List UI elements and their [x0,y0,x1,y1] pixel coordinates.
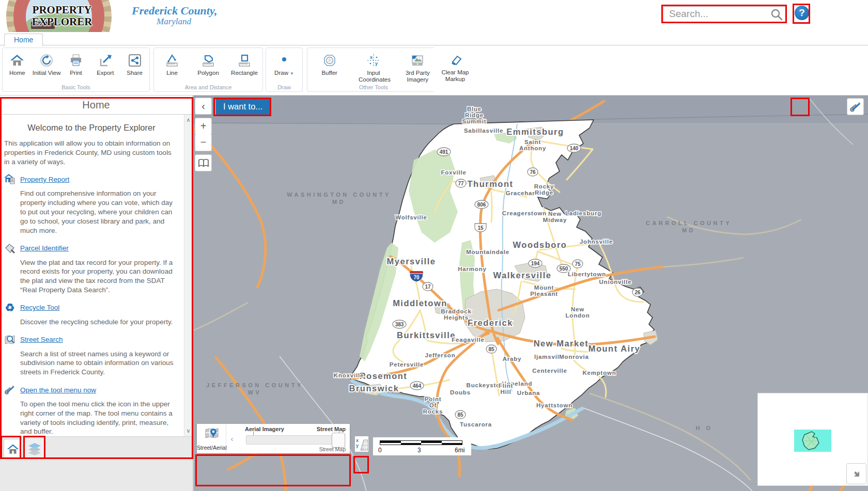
share-icon [120,52,149,69]
svg-text:Araby: Araby [503,356,522,362]
svg-text:Libertytown: Libertytown [568,271,606,277]
parcel-identifier-link[interactable]: Parcel Identifier [20,244,69,252]
slider-handle[interactable] [332,433,345,448]
recycle-tool-link[interactable]: Recycle Tool [20,304,59,311]
svg-text:x: x [370,55,373,60]
coordinates-widget-button[interactable]: xy [355,436,368,452]
panel-scrollbar[interactable]: ∧ ∨ [184,115,192,436]
property-report-icon [4,173,16,185]
measure-rectangle-button[interactable]: Rectangle [229,52,259,76]
svg-text:Monrovia: Monrovia [559,354,589,360]
scroll-up-icon[interactable]: ∧ [184,116,192,124]
eraser-icon [435,52,476,68]
tool-menu-button[interactable] [847,98,864,115]
recycle-icon: ♻ [4,302,16,313]
svg-text:Mountaindale: Mountaindale [466,249,509,255]
main-area: Home Welcome to the Property Explorer Th… [0,96,868,491]
scale-bar: 0 3 6mi [373,437,471,455]
svg-text:Graceham: Graceham [506,190,538,196]
measure-line-button[interactable]: Line [157,52,187,76]
search-box [663,6,786,23]
svg-text:Ladiesburg: Ladiesburg [565,210,601,216]
svg-text:Wolfsville: Wolfsville [395,214,427,220]
overview-toggle-button[interactable] [846,463,866,484]
panel-footer [0,436,192,491]
panel-layers-button[interactable] [26,439,43,458]
street-aerial-icon [204,426,219,442]
share-button[interactable]: Share [120,52,149,76]
buffer-icon [315,52,345,69]
svg-text:76: 76 [530,169,536,175]
map-container: 491140767780615701945507526173838546485 … [193,96,868,491]
open-tool-menu-link[interactable]: Open the tool menu now [20,386,96,394]
svg-text:85: 85 [457,412,463,418]
i-want-to-button[interactable]: I want to... [216,99,270,115]
svg-text:BraddockHeights: BraddockHeights [441,308,471,321]
group-area-distance: Line Polygon Rectangle Area and Distance [153,47,263,92]
basemap-switcher: Street/Aerial ‹ Aerial Imagery Street Ma… [197,424,350,453]
open-tool-menu-desc: To open the tool menu click the icon in … [20,400,177,436]
property-report-link[interactable]: Property Report [20,176,69,183]
slider-track[interactable] [246,435,345,445]
svg-text:491: 491 [440,149,448,155]
scale-start: 0 [378,447,382,454]
street-search-link[interactable]: Street Search [20,336,63,343]
basemap-button[interactable]: Street/Aerial [197,424,226,453]
overview-map[interactable] [757,393,868,486]
export-icon [90,52,120,69]
group-other-tools: Buffer xy Input Coordinates 3rd Party Im… [307,47,440,92]
initial-view-button[interactable]: Initial View [32,52,61,76]
buffer-button[interactable]: Buffer [315,52,345,76]
export-button[interactable]: Export [90,52,120,76]
draw-button[interactable]: Draw▼ [269,52,299,77]
svg-text:x: x [356,438,359,443]
scroll-down-icon[interactable]: ∨ [184,426,192,435]
panel-home-button[interactable] [4,439,22,459]
slider-left-label: Aerial Imagery [245,426,284,432]
third-party-imagery-button[interactable]: 3rd Party Imagery [402,52,432,83]
basemap-collapse-icon[interactable]: ‹ [226,424,238,453]
svg-text:Myersville: Myersville [387,257,436,266]
svg-text:70: 70 [413,275,420,280]
tab-home[interactable]: Home [4,34,43,46]
property-report-desc: Find out comprehensive information on yo… [20,189,177,235]
bookmarks-button[interactable] [195,154,212,171]
svg-text:Kemptown: Kemptown [582,370,616,376]
group-label-other-tools: Other Tools [307,84,440,90]
zoom-out-button[interactable]: − [195,134,212,151]
bookmark-icon [198,159,209,168]
home-button[interactable]: Home [3,52,32,76]
print-button[interactable]: Print [61,52,91,76]
zoom-in-button[interactable]: + [195,118,212,135]
welcome-heading: Welcome to the Property Explorer [4,123,179,133]
group-clear-markup: Clear Map Markup [433,47,477,92]
basemap-slider: Aerial Imagery Street Map Street Map [238,424,350,453]
measure-polygon-button[interactable]: Polygon [193,52,223,76]
svg-text:85: 85 [488,346,494,352]
svg-text:FlintHill: FlintHill [499,383,513,395]
layers-icon [27,442,42,455]
xy-grid-icon: xy [355,437,368,451]
svg-text:Centerville: Centerville [532,368,567,374]
svg-text:17: 17 [425,284,431,290]
measure-line-icon [157,52,187,69]
search-icon[interactable] [770,8,783,23]
svg-text:550: 550 [560,266,568,272]
clear-map-markup-button[interactable]: Clear Map Markup [435,52,476,83]
collapse-panel-button[interactable]: ‹ [195,98,212,115]
question-icon: ? [799,7,805,18]
svg-text:Middletown: Middletown [393,298,447,308]
input-coordinates-button[interactable]: xy Input Coordinates [359,52,389,83]
svg-text:Tuscarora: Tuscarora [460,421,492,427]
svg-text:383: 383 [395,322,404,327]
toolbar-ribbon: Home Initial View Print [0,45,868,96]
search-input[interactable] [664,7,770,21]
svg-text:140: 140 [570,146,579,151]
help-button[interactable]: ? [795,6,809,20]
county-brand: Frederick County, Maryland [132,4,256,27]
svg-text:77: 77 [458,181,464,186]
svg-text:Urbana: Urbana [517,390,540,396]
svg-text:Creagerstown: Creagerstown [502,210,547,216]
overview-county-icon [794,430,831,452]
svg-text:Feagaville: Feagaville [452,337,485,343]
